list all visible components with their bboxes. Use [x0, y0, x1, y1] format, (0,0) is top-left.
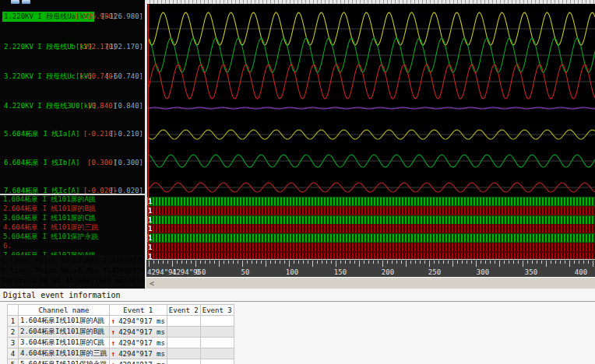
channel-name-cell: 2.604柘泉I线101屏的B跳 [19, 327, 110, 338]
scroll-left-arrow-icon[interactable]: < [150, 278, 154, 289]
rising-edge-arrow-icon: ↑ [111, 339, 115, 347]
panel-separator-line [0, 301, 595, 302]
analog-channel-label: 5.604柘泉 I 线Ia[A] [2, 129, 81, 139]
time-axis-label: 250 [428, 268, 441, 276]
analog-channel-row[interactable]: 6.604柘泉 I 线Ib[A][0.300][0.300] [0, 158, 145, 168]
digital-channel-row[interactable]: 1.604柘泉 I 线101屏的A跳 [0, 194, 145, 204]
digital-channel-row[interactable]: 3.604柘泉 I 线101屏的C跳 [0, 213, 145, 222]
digital-trace-bar[interactable]: 1 [146, 215, 595, 225]
time-axis-label: 100 [286, 268, 298, 276]
digital-channel-row[interactable]: 5.604柘泉 I 线101保护永跳 [0, 232, 145, 241]
event2-cell [167, 316, 200, 327]
channel-list-panel: 1.220KV I 段母线Ua[kV][-126.980][-126.980]2… [0, 0, 145, 289]
r-cursor-value: [192.170] [105, 42, 143, 52]
rising-edge-arrow-icon: ↑ [111, 328, 115, 336]
row-number: 1 [8, 316, 19, 327]
toolbar-icon-2[interactable] [22, 0, 30, 4]
row-number: 2 [8, 327, 19, 338]
digital-channel-row[interactable]: 6. [0, 241, 145, 250]
channel-name-header: Channel name [19, 305, 110, 316]
time-axis-label: 50 [241, 268, 250, 276]
time-ruler: 4294"91 4294"950 05010015020025030035040… [146, 259, 595, 277]
event1-header: Event 1 [109, 305, 167, 316]
event2-cell [167, 338, 200, 348]
analog-channel-row[interactable]: 1.220KV I 段母线Ua[kV][-126.980][-126.980] [0, 12, 145, 22]
row-number: 5 [8, 359, 19, 364]
event3-header: Event 3 [200, 305, 234, 316]
time-axis-label: 400 [575, 268, 587, 276]
digital-channel-row[interactable]: 2.604柘泉 I 线101屏的B跳 [0, 204, 145, 213]
r-cursor-value: [0.840] [114, 101, 143, 111]
row-number-header [8, 305, 19, 316]
cursor-time-label-r: 4294"950 [172, 268, 206, 276]
analog-channel-row[interactable]: 3.220KV I 段母线Uc[kV][-60.740][-60.740] [0, 72, 145, 82]
event2-cell [167, 348, 200, 359]
digital-trace-bar[interactable]: 1 [146, 197, 595, 206]
r-cursor-line[interactable] [146, 4, 147, 261]
r-cursor-value: [-126.980] [101, 12, 143, 22]
duration-status: Duration [0:00.412000](463 points) [2, 276, 145, 285]
r-cursor-value: [-60.740] [105, 72, 143, 82]
waveform-panel[interactable]: 1111111 4294"91 4294"950 050100150200250… [146, 0, 595, 289]
analog-channel-label: 6.604柘泉 I 线Ib[A] [2, 158, 81, 168]
event1-cell: ↑4294"917 ms [109, 338, 167, 348]
r-line-status: R line: Point No.=1,Abs T=4294917ms, Rel… [2, 266, 145, 275]
digital-event-title: Digital event information [3, 291, 121, 299]
row-number: 4 [8, 348, 19, 359]
event-table-row[interactable]: 11.604柘泉I线101屏的A跳↑4294"917 ms [8, 316, 234, 327]
event3-cell [200, 348, 234, 359]
digital-trace-area[interactable]: 1111111 [146, 195, 595, 259]
analog-channel-label: 4.220KV I 段母线3U0[kV] [2, 101, 98, 111]
horizontal-scrollbar[interactable]: < [146, 277, 595, 289]
channel-name-cell: 5.604柘泉I线101保护永跳 [19, 359, 110, 364]
channel-name-cell: 3.604柘泉I线101屏的C跳 [19, 338, 110, 348]
event2-cell [167, 327, 200, 338]
cursor-status-area: C line: Point No.=1,Abs T=4294917ms, Rel… [0, 255, 145, 289]
rising-edge-arrow-icon: ↑ [111, 350, 115, 358]
event-table-row[interactable]: 22.604柘泉I线101屏的B跳↑4294"917 ms [8, 327, 234, 338]
analog-wave-area[interactable] [146, 4, 595, 194]
event1-cell: ↑4294"917 ms [109, 348, 167, 359]
time-axis-label: 300 [477, 268, 489, 276]
time-axis-label: 350 [525, 268, 537, 276]
rising-edge-arrow-icon: ↑ [111, 317, 115, 325]
event3-cell [200, 327, 234, 338]
row-number: 3 [8, 338, 19, 348]
digital-trace-bar[interactable]: 1 [146, 243, 595, 252]
digital-event-table[interactable]: Channel name Event 1 Event 2 Event 3 11.… [7, 304, 234, 364]
event3-cell [200, 338, 234, 348]
r-cursor-value: [0.300] [114, 158, 143, 168]
c-cursor-value: [0.300] [87, 158, 117, 168]
analog-channel-row[interactable]: 5.604柘泉 I 线Ia[A][-0.210][-0.210] [0, 129, 145, 139]
event2-cell [167, 359, 200, 364]
digital-trace-bar[interactable]: 1 [146, 206, 595, 215]
event1-cell: ↑4294"917 ms [109, 316, 167, 327]
digital-trace-bar[interactable]: 1 [146, 233, 595, 243]
event3-cell [200, 359, 234, 364]
time-axis-label: 150 [334, 268, 347, 276]
analog-channel-row[interactable]: 2.220KV I 段母线Ub[kV][192.170][192.170] [0, 42, 145, 52]
c-line-status: C line: Point No.=1,Abs T=4294917ms, Rel… [2, 256, 145, 265]
digital-trace-bar[interactable]: 1 [146, 224, 595, 233]
event-table-row[interactable]: 44.604柘泉I线101屏的三跳↑4294"917 ms [8, 348, 234, 359]
r-cursor-value: [-0.210] [110, 129, 143, 139]
c-cursor-line[interactable] [148, 4, 149, 261]
event3-cell [200, 316, 234, 327]
event-table-row[interactable]: 55.604柘泉I线101保护永跳↑4294"917 ms [8, 359, 234, 364]
digital-event-panel: Digital event information Channel name E… [0, 289, 595, 364]
waveform-viewer-window: 1.220KV I 段母线Ua[kV][-126.980][-126.980]2… [0, 0, 595, 364]
analog-channel-row[interactable]: 4.220KV I 段母线3U0[kV][0.840][0.840] [0, 101, 145, 111]
channel-name-cell: 1.604柘泉I线101屏的A跳 [19, 316, 110, 327]
toolbar-icon-1[interactable] [11, 0, 19, 4]
analog-waveforms [146, 4, 595, 194]
time-axis-label: 0 [195, 268, 199, 276]
event1-cell: ↑4294"917 ms [109, 327, 167, 338]
digital-trace-bar[interactable]: 1 [146, 252, 595, 259]
c-cursor-value: [0.840] [87, 101, 117, 111]
event1-cell: ↑4294"917 ms [109, 359, 167, 364]
rising-edge-arrow-icon: ↑ [111, 361, 115, 364]
event-table-row[interactable]: 33.604柘泉I线101屏的C跳↑4294"917 ms [8, 338, 234, 348]
time-axis-label: 200 [382, 268, 394, 276]
digital-channel-row[interactable]: 4.604柘泉 I 线101屏的三跳 [0, 222, 145, 232]
event2-header: Event 2 [167, 305, 200, 316]
